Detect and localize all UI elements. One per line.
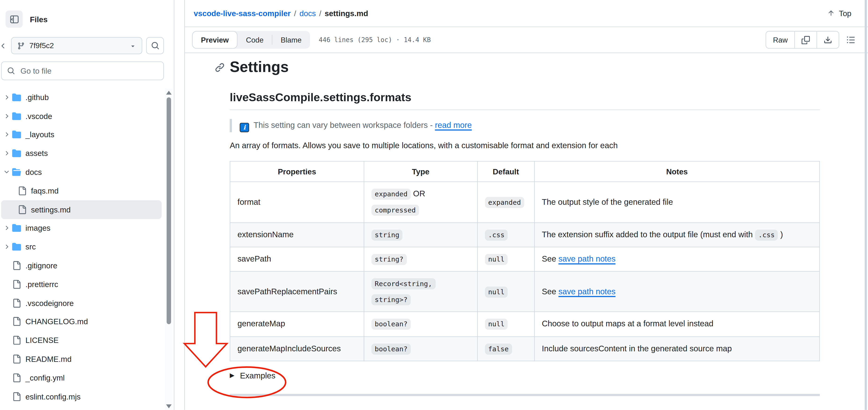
col-type: Type [364, 162, 477, 182]
code-chip: compressed [371, 205, 419, 216]
sidebar-scrollbar[interactable] [165, 89, 173, 410]
copy-raw-button[interactable] [794, 32, 816, 48]
link-anchor-icon[interactable] [215, 62, 225, 72]
chevron-right-icon[interactable] [3, 94, 11, 101]
list-unordered-icon [846, 35, 856, 44]
collapse-sidebar-button[interactable] [6, 10, 23, 28]
settings-formats-table: Properties Type Default Notes formatexpa… [230, 161, 820, 361]
tree-item-assets[interactable]: assets [1, 144, 162, 163]
tree-item-label: docs [26, 168, 42, 176]
tree-item-images[interactable]: images [1, 219, 162, 238]
code-chip: null [485, 319, 508, 330]
cell-type: Record<string, string>? [364, 271, 477, 312]
chevron-right-icon[interactable] [3, 113, 11, 119]
cell-text: See [542, 287, 558, 296]
tree-item-settings.md[interactable]: settings.md [1, 200, 162, 219]
file-icon [12, 261, 21, 270]
cell-text: ) [778, 230, 783, 239]
chevron-right-icon[interactable] [3, 244, 11, 250]
git-branch-icon [17, 42, 25, 49]
code-chip: expanded [371, 189, 411, 200]
file-icon [12, 317, 21, 326]
cell-default: expanded [477, 182, 534, 223]
intro-paragraph: An array of formats. Allows you save to … [230, 141, 820, 150]
folder-icon [12, 224, 21, 233]
tab-blame[interactable]: Blame [273, 31, 310, 49]
col-notes: Notes [534, 162, 819, 182]
tree-item-label: .github [26, 93, 49, 102]
code-chip: string? [371, 254, 407, 265]
file-icon [12, 280, 21, 289]
tab-preview[interactable]: Preview [192, 31, 238, 49]
raw-label: Raw [773, 36, 788, 44]
cell-property: generateMapIncludeSources [230, 336, 364, 361]
table-header-row: Properties Type Default Notes [230, 162, 819, 182]
download-button[interactable] [816, 32, 839, 48]
tree-item-.gitignore[interactable]: .gitignore [1, 256, 162, 275]
breadcrumb-docs-link[interactable]: docs [300, 9, 316, 18]
outline-button[interactable] [846, 35, 856, 44]
breadcrumb-separator: / [319, 9, 321, 18]
page: Files 7f9f5c2 [0, 0, 868, 410]
view-mode-tabs: Preview Code Blame [192, 31, 310, 49]
cell-type: boolean? [364, 336, 477, 361]
cell-default: null [477, 271, 534, 312]
tree-item-.prettierrc[interactable]: .prettierrc [1, 275, 162, 294]
scrollbar-up-arrow-icon[interactable] [166, 91, 172, 95]
tree-item-src[interactable]: src [1, 238, 162, 256]
tree-item-label: _layouts [26, 130, 54, 139]
tree-item-docs[interactable]: docs [1, 163, 162, 181]
go-to-file-input[interactable] [20, 66, 158, 76]
cell-notes: The output style of the generated file [534, 182, 819, 223]
cell-property: extensionName [230, 223, 364, 247]
history-back-button[interactable] [0, 42, 7, 49]
back-to-top-link[interactable]: Top [827, 9, 851, 18]
examples-summary[interactable]: ▶ Examples [230, 371, 820, 380]
tree-item-label: faqs.md [31, 186, 59, 195]
chevron-right-icon[interactable] [3, 150, 11, 157]
branch-name: 7f9f5c2 [29, 42, 125, 50]
read-more-link[interactable]: read more [435, 121, 472, 130]
tree-item-CHANGELOG.md[interactable]: CHANGELOG.md [1, 312, 162, 331]
scrollbar-thumb[interactable] [166, 98, 171, 324]
chevron-right-icon[interactable] [3, 131, 11, 138]
chevron-right-icon[interactable] [3, 225, 11, 231]
breadcrumb-repo-link[interactable]: vscode-live-sass-compiler [194, 9, 290, 18]
scrollbar-down-arrow-icon[interactable] [166, 404, 172, 408]
tree-item-faqs.md[interactable]: faqs.md [1, 181, 162, 200]
tab-code[interactable]: Code [238, 31, 272, 49]
disclosure-triangle-icon: ▶ [230, 372, 235, 379]
tree-item-eslint.config.mjs[interactable]: eslint.config.mjs [1, 387, 162, 406]
cell-default: null [477, 312, 534, 337]
copy-icon [802, 36, 810, 44]
tree-item-README.md[interactable]: README.md [1, 350, 162, 368]
tree-item-label: .gitignore [26, 261, 57, 270]
tree-item-label: .vscodeignore [26, 299, 74, 307]
cell-notes: Choose to output maps at a format level … [534, 312, 819, 337]
save-path-notes-link[interactable]: save path notes [559, 287, 616, 296]
branch-selector-button[interactable]: 7f9f5c2 [11, 37, 142, 54]
tree-item-label: src [26, 242, 36, 251]
raw-button[interactable]: Raw [766, 32, 794, 48]
settings-heading: Settings [230, 59, 820, 76]
chevron-down-icon[interactable] [3, 169, 11, 175]
table-row-generateMap: generateMapboolean?nullChoose to output … [230, 312, 819, 337]
tree-item-.vscode[interactable]: .vscode [1, 107, 162, 125]
search-this-repo-button[interactable] [146, 37, 164, 54]
tree-item-LICENSE[interactable]: LICENSE [1, 331, 162, 350]
cell-notes: See save path notes [534, 271, 819, 312]
tree-item-_config.yml[interactable]: _config.yml [1, 368, 162, 387]
folder-icon [12, 130, 21, 139]
file-toolbar: Preview Code Blame 446 lines (295 loc) ·… [185, 27, 868, 53]
tree-item-.vscodeignore[interactable]: .vscodeignore [1, 294, 162, 312]
cell-type: expanded OR compressed [364, 182, 477, 223]
tree-item-.github[interactable]: .github [1, 88, 162, 107]
search-icon [151, 42, 159, 50]
page-scrollbar[interactable] [865, 0, 867, 410]
sidebar-controls: 7f9f5c2 [0, 37, 164, 54]
save-path-notes-link[interactable]: save path notes [559, 254, 616, 263]
file-meta-info: 446 lines (295 loc) · 14.4 KB [319, 36, 431, 44]
file-icon [18, 186, 27, 195]
code-chip: null [485, 254, 508, 265]
tree-item-_layouts[interactable]: _layouts [1, 125, 162, 144]
